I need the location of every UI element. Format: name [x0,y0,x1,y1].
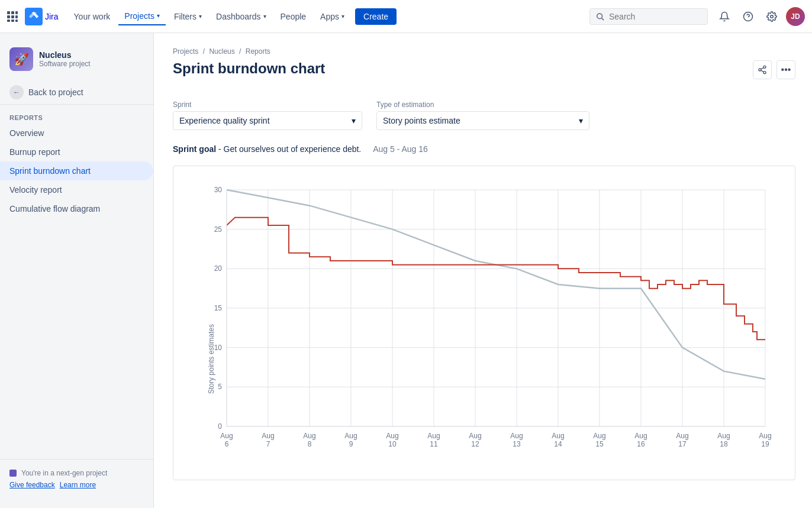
nav-people[interactable]: People [275,8,312,25]
estimation-label: Type of estimation [376,101,589,109]
nav-your-work[interactable]: Your work [68,8,117,25]
nav-dashboards[interactable]: Dashboards ▾ [210,8,272,25]
svg-rect-2 [15,11,18,14]
sidebar-item-sprint-burndown[interactable]: Sprint burndown chart [0,161,153,180]
estimation-filter-group: Type of estimation Story points estimate… [376,101,589,130]
nav-projects[interactable]: Projects ▾ [118,8,166,25]
footer-links: Give feedback Learn more [9,481,144,489]
jira-logo-text: Jira [45,12,59,21]
learn-more-link[interactable]: Learn more [60,481,96,489]
chevron-down-icon: ▾ [341,13,344,20]
svg-rect-8 [15,20,18,22]
svg-rect-5 [15,15,18,18]
breadcrumb-nucleus[interactable]: Nucleus [209,47,234,56]
page-title: Sprint burndown chart [173,60,325,77]
sidebar-item-burnup[interactable]: Burnup report [0,143,153,161]
burndown-chart-canvas [203,178,783,462]
chevron-down-icon: ▾ [579,116,583,125]
app-layout: 🚀 Nucleus Software project ← Back to pro… [0,33,812,508]
chevron-down-icon: ▾ [199,13,202,20]
jira-logo[interactable]: Jira [25,8,59,25]
sprint-goal-label: Sprint goal [173,144,216,154]
project-type: Software project [39,60,91,68]
breadcrumb-projects[interactable]: Projects [173,47,198,56]
notifications-button[interactable] [715,7,734,26]
svg-rect-4 [11,15,14,18]
create-button[interactable]: Create [355,8,397,25]
project-icon: 🚀 [9,47,33,71]
svg-point-9 [597,13,602,18]
svg-point-13 [771,15,774,18]
sprint-goal-text: - Get ourselves out of experience debt. [218,144,361,154]
sprint-filter-group: Sprint Experience quality sprint ▾ [173,101,362,130]
back-arrow-icon: ← [9,85,24,99]
page-title-area: Sprint burndown chart [173,60,325,89]
svg-rect-0 [7,11,10,14]
page-actions: ••• [753,60,795,79]
sidebar-footer: You're in a next-gen project Give feedba… [0,459,153,499]
breadcrumb: Projects / Nucleus / Reports [173,47,795,56]
top-navigation: Jira Your work Projects ▾ Filters ▾ Dash… [0,0,812,33]
search-box[interactable] [589,8,708,25]
sidebar-item-cumulative-flow[interactable]: Cumulative flow diagram [0,199,153,218]
main-content: Projects / Nucleus / Reports Sprint burn… [154,33,812,508]
reports-section-title: Reports [0,109,153,124]
chevron-down-icon: ▾ [352,116,356,125]
svg-rect-3 [7,15,10,18]
chevron-down-icon: ▾ [263,13,266,20]
sprint-select[interactable]: Experience quality sprint ▾ [173,111,362,130]
estimation-select[interactable]: Story points estimate ▾ [376,111,589,130]
svg-point-14 [763,66,766,68]
svg-rect-7 [11,20,14,22]
sprint-dates: Aug 5 - Aug 16 [373,144,428,154]
nav-filters[interactable]: Filters ▾ [168,8,208,25]
next-gen-badge: You're in a next-gen project [9,469,144,477]
svg-point-15 [759,69,761,71]
share-button[interactable] [753,60,772,79]
page-header: Sprint burndown chart ••• [173,60,795,89]
sprint-goal: Sprint goal - Get ourselves out of exper… [173,144,795,154]
settings-button[interactable] [762,7,781,26]
avatar[interactable]: JD [786,7,805,26]
svg-line-10 [602,18,604,20]
chart-container: Story points estimates [173,166,795,480]
more-options-button[interactable]: ••• [776,60,795,79]
project-name: Nucleus [39,50,91,60]
svg-rect-1 [11,11,14,14]
sprint-label: Sprint [173,101,362,109]
svg-point-16 [763,72,766,74]
sidebar-item-overview[interactable]: Overview [0,124,153,143]
svg-line-17 [761,70,764,72]
project-header: 🚀 Nucleus Software project [0,43,153,80]
breadcrumb-reports[interactable]: Reports [246,47,270,56]
app-grid-icon[interactable] [7,11,18,22]
chevron-down-icon: ▾ [157,12,160,19]
search-input[interactable] [609,12,692,21]
help-button[interactable] [739,7,758,26]
next-gen-dot [9,470,17,477]
project-info: Nucleus Software project [39,50,91,68]
back-to-project-button[interactable]: ← Back to project [0,80,153,105]
sidebar: 🚀 Nucleus Software project ← Back to pro… [0,33,154,508]
search-icon [596,12,604,21]
nav-apps[interactable]: Apps ▾ [314,8,350,25]
sidebar-item-velocity[interactable]: Velocity report [0,180,153,199]
chart-area: Story points estimates [203,178,783,462]
nav-icon-group: JD [715,7,805,26]
svg-rect-6 [7,20,10,22]
give-feedback-link[interactable]: Give feedback [9,481,55,489]
svg-line-18 [761,67,764,69]
filter-row: Sprint Experience quality sprint ▾ Type … [173,101,795,130]
y-axis-label: Story points estimates [207,324,215,394]
